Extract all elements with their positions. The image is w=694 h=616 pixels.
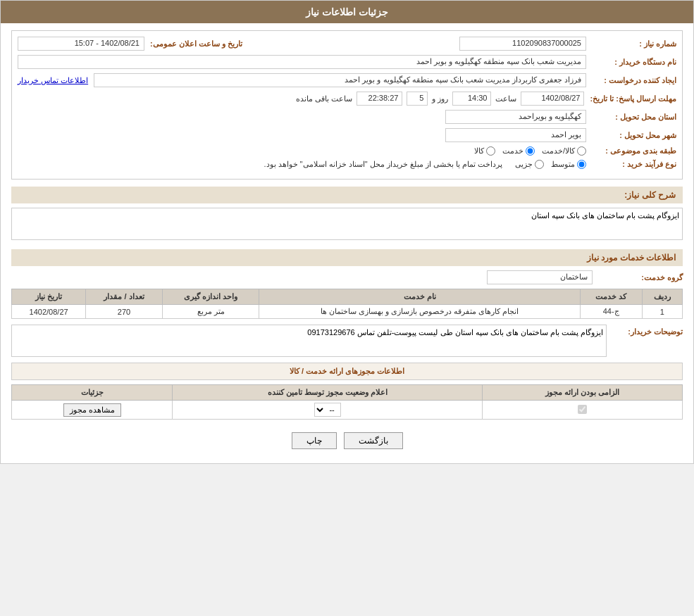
- city-value: بویر احمد: [445, 128, 586, 142]
- permits-title: اطلاعات مجوزهای ارائه خدمت / کالا: [11, 363, 683, 380]
- page-title: جزئیات اطلاعات نیاز: [306, 6, 388, 18]
- services-table-row: 1 ج-44 انجام کارهای متفرقه درخصوص بازساز…: [12, 305, 683, 319]
- service-group-label: گروه خدمت:: [598, 273, 683, 282]
- purchase-type-label: نوع فرآیند خرید :: [592, 160, 676, 169]
- need-number-value: 1102090837000025: [459, 37, 586, 51]
- main-info-section: شماره نیاز : 1102090837000025 تاریخ و سا…: [11, 30, 683, 180]
- category-radio-group: کالا/خدمت خدمت کالا: [474, 146, 586, 156]
- permits-table: الزامی بودن ارائه مجوز اعلام وضعیت مجوز …: [11, 384, 683, 420]
- row-need-number: شماره نیاز : 1102090837000025 تاریخ و سا…: [18, 37, 676, 51]
- category-khedmat-label: خدمت: [502, 146, 523, 156]
- purchase-type-radio-group: متوسط جزیی: [515, 160, 586, 169]
- cell-row: 1: [642, 305, 682, 319]
- deadline-day-label: روز و: [432, 94, 448, 103]
- row-purchase-type: نوع فرآیند خرید : متوسط جزیی پرداخت تمام…: [18, 160, 676, 169]
- permit-required-cell: [483, 401, 683, 420]
- date-value: 1402/08/21 - 15:07: [18, 37, 144, 51]
- back-button[interactable]: بازگشت: [344, 432, 403, 449]
- permit-col-status: اعلام وضعیت مجوز توسط تامین کننده: [173, 385, 483, 401]
- cell-date: 1402/08/27: [12, 305, 86, 319]
- services-section: اطلاعات خدمات مورد نیاز گروه خدمت: ساختم…: [11, 249, 683, 357]
- row-city: شهر محل تحویل : بویر احمد: [18, 128, 676, 142]
- col-unit: واحد اندازه گیری: [162, 289, 259, 305]
- deadline-date: 1402/08/27: [521, 92, 584, 106]
- description-textarea[interactable]: [11, 208, 683, 240]
- creator-value: فرزاد جعفری کاربرداز مدیریت شعب بانک سپه…: [94, 73, 586, 87]
- province-value: کهگیلویه و بویراحمد: [445, 110, 586, 124]
- permit-col-required: الزامی بودن ارائه مجوز: [483, 385, 683, 401]
- col-name: نام خدمت: [259, 289, 580, 305]
- city-label: شهر محل تحویل :: [592, 131, 676, 140]
- row-deadline: مهلت ارسال پاسخ: تا تاریخ: 1402/08/27 سا…: [18, 92, 676, 106]
- buyer-desc-label: توضیحات خریدار:: [612, 325, 683, 337]
- row-creator: ایجاد کننده درخواست : فرزاد جعفری کاربرد…: [18, 73, 676, 87]
- purchase-type-note: پرداخت تمام یا بخشی از مبلغ خریداز محل "…: [264, 160, 502, 169]
- buyer-desc-textarea[interactable]: [11, 325, 607, 357]
- deadline-time: 14:30: [452, 92, 491, 106]
- category-kala-label: کالا: [474, 146, 484, 156]
- category-label: طبقه بندی موضوعی :: [592, 146, 676, 156]
- date-label: تاریخ و ساعت اعلان عمومی:: [150, 39, 242, 49]
- permit-col-details: جزئیات: [12, 385, 173, 401]
- cell-unit: متر مربع: [162, 305, 259, 319]
- services-table: ردیف کد خدمت نام خدمت واحد اندازه گیری ت…: [11, 289, 683, 319]
- creator-label: ایجاد کننده درخواست :: [592, 76, 676, 85]
- need-number-label: شماره نیاز :: [592, 39, 676, 49]
- services-table-container: ردیف کد خدمت نام خدمت واحد اندازه گیری ت…: [11, 289, 683, 319]
- category-kala-khedmat-label: کالا/خدمت: [542, 146, 575, 156]
- category-khedmat[interactable]: خدمت: [502, 146, 535, 156]
- authority-label: نام دستگاه خریدار :: [592, 58, 676, 67]
- print-button[interactable]: چاپ: [292, 432, 337, 449]
- permits-table-container: الزامی بودن ارائه مجوز اعلام وضعیت مجوز …: [11, 384, 683, 420]
- deadline-days: 5: [407, 92, 428, 106]
- row-authority: نام دستگاه خریدار : مدیریت شعب بانک سپه …: [18, 55, 676, 69]
- services-title: اطلاعات خدمات مورد نیاز: [11, 249, 683, 266]
- deadline-fields: 1402/08/27 ساعت 14:30 روز و 5 22:38:27 س…: [18, 92, 584, 106]
- page-header: جزئیات اطلاعات نیاز: [1, 1, 693, 23]
- cell-code: ج-44: [580, 305, 642, 319]
- col-row: ردیف: [642, 289, 682, 305]
- service-group-value: ساختمان: [487, 270, 593, 284]
- creator-contact-link[interactable]: اطلاعات تماس خریدار: [18, 76, 88, 85]
- province-label: استان محل تحویل :: [592, 113, 676, 122]
- row-service-group: گروه خدمت: ساختمان: [11, 270, 683, 284]
- category-kala-khedmat[interactable]: کالا/خدمت: [542, 146, 586, 156]
- page-wrapper: جزئیات اطلاعات نیاز شماره نیاز : 1102090…: [0, 0, 694, 464]
- purchase-type-jozee-label: جزیی: [515, 160, 533, 169]
- permit-required-checkbox: [578, 405, 587, 414]
- purchase-type-motavaset[interactable]: متوسط: [551, 160, 586, 169]
- buyer-desc-section: توضیحات خریدار:: [11, 325, 683, 357]
- category-kala[interactable]: کالا: [474, 146, 495, 156]
- permit-details-cell: مشاهده مجوز: [12, 401, 173, 420]
- permit-row: -- مشاهده مجوز: [12, 401, 683, 420]
- cell-name: انجام کارهای متفرقه درخصوص بازسازی و بهس…: [259, 305, 580, 319]
- col-quantity: تعداد / مقدار: [86, 289, 162, 305]
- deadline-remaining: 22:38:27: [357, 92, 402, 106]
- content-area: شماره نیاز : 1102090837000025 تاریخ و سا…: [1, 23, 693, 463]
- cell-quantity: 270: [86, 305, 162, 319]
- deadline-label: مهلت ارسال پاسخ: تا تاریخ:: [590, 94, 676, 103]
- view-permit-button[interactable]: مشاهده مجوز: [63, 403, 121, 417]
- row-province: استان محل تحویل : کهگیلویه و بویراحمد: [18, 110, 676, 124]
- permit-status-cell: --: [173, 401, 483, 420]
- authority-value: مدیریت شعب بانک سپه منطقه کهگیلویه و بوی…: [18, 55, 586, 69]
- deadline-time-label: ساعت: [495, 94, 516, 103]
- permit-status-select[interactable]: --: [314, 403, 341, 417]
- purchase-type-jozee[interactable]: جزیی: [515, 160, 544, 169]
- row-category: طبقه بندی موضوعی : کالا/خدمت خدمت کالا: [18, 146, 676, 156]
- col-code: کد خدمت: [580, 289, 642, 305]
- permits-section: اطلاعات مجوزهای ارائه خدمت / کالا الزامی…: [11, 363, 683, 420]
- action-buttons: بازگشت چاپ: [11, 425, 683, 456]
- description-section: شرح کلی نیاز:: [11, 187, 683, 242]
- description-title: شرح کلی نیاز:: [11, 187, 683, 203]
- col-date: تاریخ نیاز: [12, 289, 86, 305]
- purchase-type-motavaset-label: متوسط: [551, 160, 575, 169]
- deadline-remaining-label: ساعت باقی مانده: [296, 94, 352, 103]
